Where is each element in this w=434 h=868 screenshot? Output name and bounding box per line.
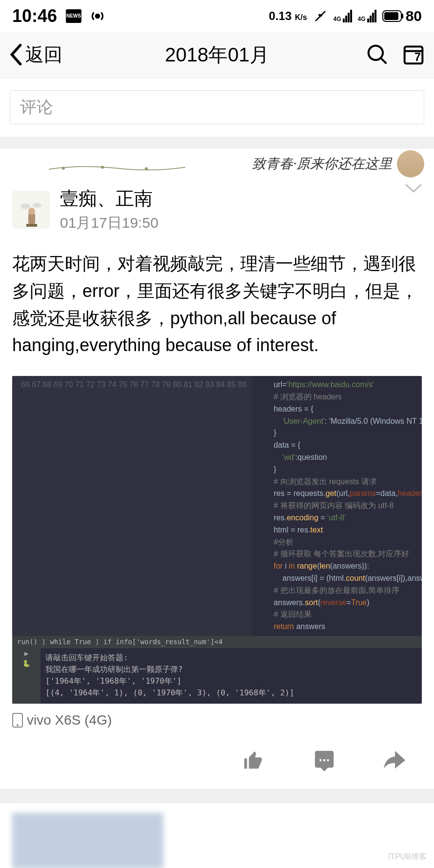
code-breadcrumb: run() ⟩ while True ⟩ if info['words_resu… bbox=[12, 636, 422, 648]
share-button[interactable] bbox=[383, 749, 407, 771]
hotspot-icon bbox=[90, 9, 105, 23]
post-actions bbox=[0, 732, 434, 784]
page-title: 2018年01月 bbox=[165, 41, 269, 68]
svg-point-10 bbox=[62, 167, 65, 170]
back-label: 返回 bbox=[25, 42, 62, 67]
search-icon[interactable] bbox=[367, 44, 388, 65]
vine-decoration bbox=[49, 163, 185, 173]
svg-point-13 bbox=[20, 203, 30, 209]
code-gutter: 66 67 68 69 70 71 72 73 74 75 76 77 78 7… bbox=[12, 376, 252, 636]
back-button[interactable]: 返回 bbox=[10, 42, 62, 67]
calendar-icon[interactable]: 7 bbox=[403, 44, 424, 65]
svg-point-16 bbox=[28, 208, 35, 215]
post-header: 壹痴、正南 01月17日19:50 bbox=[0, 179, 434, 240]
post-date: 01月17日19:50 bbox=[60, 213, 158, 233]
svg-point-14 bbox=[33, 203, 41, 208]
phone-icon bbox=[12, 713, 23, 728]
svg-point-11 bbox=[101, 166, 104, 169]
code-screenshot[interactable]: 66 67 68 69 70 71 72 73 74 75 76 77 78 7… bbox=[12, 376, 422, 704]
device-tag: vivo X6S (4G) bbox=[0, 709, 434, 732]
svg-rect-3 bbox=[384, 12, 398, 20]
blurred-avatar bbox=[12, 813, 163, 868]
svg-rect-17 bbox=[26, 224, 37, 227]
post-body: 花两天时间，对着视频敲完，理清一些细节，遇到很多问题，error，里面还有很多关… bbox=[0, 240, 434, 369]
author-avatar[interactable] bbox=[12, 191, 50, 229]
mute-icon bbox=[313, 9, 328, 23]
console-output: 请敲击回车键开始答题: 我国在哪一年成功研制出第一颗原子弹? ['1964年',… bbox=[12, 648, 422, 704]
svg-point-12 bbox=[145, 167, 148, 170]
signal-1-icon: 4G bbox=[334, 10, 352, 22]
svg-text:7: 7 bbox=[414, 50, 421, 63]
network-speed: 0.13 K/s bbox=[269, 9, 307, 23]
comment-bar: 评论 bbox=[0, 78, 434, 137]
chevron-down-icon[interactable] bbox=[405, 184, 422, 194]
status-bar: 10:46 NEWS 0.13 K/s 4G 4G 80 bbox=[0, 0, 434, 32]
svg-line-1 bbox=[316, 11, 325, 21]
post-card: 致青春·原来你还在这里 壹痴、正南 01月17日19:50 花两天时间，对着视频… bbox=[0, 149, 434, 789]
nav-bar: 返回 2018年01月 7 bbox=[0, 32, 434, 78]
author-name[interactable]: 壹痴、正南 bbox=[60, 186, 158, 211]
chevron-left-icon bbox=[10, 44, 22, 65]
comment-button[interactable] bbox=[312, 749, 336, 771]
signal-2-icon: 4G bbox=[358, 10, 376, 22]
watermark: ITPUB博客 bbox=[388, 852, 427, 862]
battery-icon: 80 bbox=[382, 8, 422, 24]
code-content: url='https://www.baidu.com/s' # 浏览器的 hea… bbox=[252, 376, 422, 636]
svg-point-19 bbox=[17, 724, 19, 726]
news-icon: NEWS bbox=[66, 9, 81, 23]
svg-point-0 bbox=[96, 14, 99, 18]
svg-rect-15 bbox=[28, 213, 35, 224]
svg-rect-4 bbox=[402, 14, 403, 19]
status-time: 10:46 bbox=[12, 6, 57, 26]
banner-text: 致青春·原来你还在这里 bbox=[252, 155, 392, 173]
banner: 致青春·原来你还在这里 bbox=[0, 149, 434, 179]
svg-point-5 bbox=[369, 46, 383, 60]
comment-input[interactable]: 评论 bbox=[10, 90, 424, 124]
banner-avatar bbox=[397, 150, 424, 178]
like-button[interactable] bbox=[241, 749, 266, 771]
comments-section: .嗯嗯~方便一些😂 ·我也用 初学者 用 idle 比 bbox=[0, 803, 434, 868]
comment-row bbox=[12, 813, 422, 868]
console-sidebar: ▶ 🐍 bbox=[12, 648, 40, 704]
svg-line-6 bbox=[381, 58, 386, 63]
